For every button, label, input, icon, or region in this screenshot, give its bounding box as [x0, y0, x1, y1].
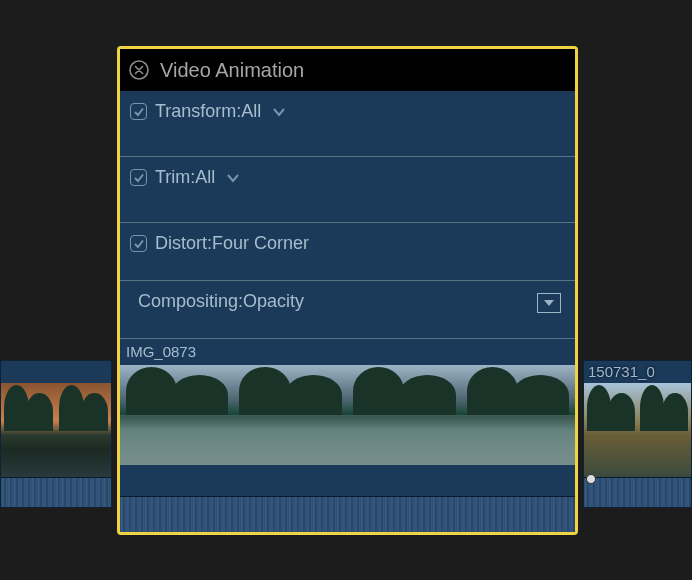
effect-label: Distort:Four Corner [155, 233, 309, 254]
panel-clip[interactable]: IMG_0873 [120, 339, 575, 532]
audio-waveform [120, 496, 575, 532]
effect-label: Transform:All [155, 101, 261, 122]
clip-label: 150731_0 [588, 363, 655, 380]
chevron-down-icon[interactable] [271, 106, 287, 118]
panel-header: Video Animation [120, 49, 575, 91]
checkbox-trim[interactable] [130, 169, 147, 186]
effect-row-transform[interactable]: Transform:All [120, 91, 575, 157]
effect-row-trim[interactable]: Trim:All [120, 157, 575, 223]
chevron-down-icon[interactable] [225, 172, 241, 184]
panel-title: Video Animation [160, 59, 304, 82]
checkbox-distort[interactable] [130, 235, 147, 252]
audio-marker-icon [586, 474, 596, 484]
checkbox-transform[interactable] [130, 103, 147, 120]
timeline-clip-left[interactable] [0, 360, 112, 508]
expand-down-icon[interactable] [537, 293, 561, 313]
effect-row-compositing[interactable]: Compositing:Opacity [120, 281, 575, 339]
timeline-clip-right[interactable]: 150731_0 [583, 360, 692, 508]
clip-label: IMG_0873 [126, 343, 196, 360]
close-icon[interactable] [128, 59, 150, 81]
effect-row-distort[interactable]: Distort:Four Corner [120, 223, 575, 281]
effect-label: Trim:All [155, 167, 215, 188]
effect-label: Compositing:Opacity [138, 291, 304, 312]
video-animation-panel: Video Animation Transform:All Trim:All [117, 46, 578, 535]
